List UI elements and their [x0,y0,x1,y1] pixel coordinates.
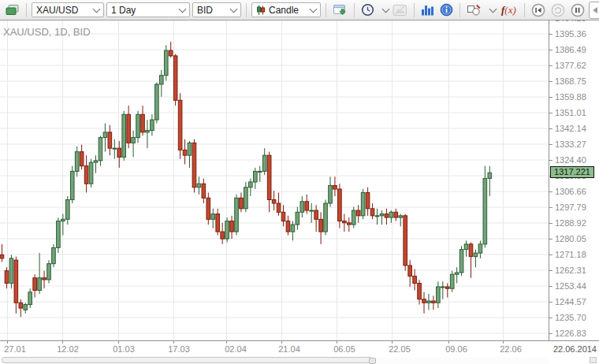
toolbar-separator [26,3,27,17]
candle [122,111,126,161]
scrollbar-thumb-handle[interactable] [369,358,376,364]
chart-windows-icon[interactable] [3,2,21,18]
candle [441,281,445,299]
fx-icon-x: (x) [504,4,515,17]
price-axis-label: 1368.75 [555,76,586,86]
price-axis-label: 1404.23 [555,20,586,23]
toolbar-separator [354,3,355,17]
candle [47,260,51,283]
chevron-down-icon[interactable] [489,5,497,13]
candle [329,176,333,206]
chart-plot-area[interactable]: XAU/USD, 1D, BID [0,20,549,340]
price-axis: 1404.231395.361386.491377.621368.751359.… [549,20,599,340]
price-axis-label: 1271.18 [555,250,586,259]
price-axis-label: 1297.79 [555,202,586,212]
price-axis-label: 1386.49 [555,45,586,54]
price-axis-tick [549,50,552,50]
candle [370,203,374,219]
price-axis-tick [549,223,552,224]
price-axis-label: 1377.62 [555,61,586,70]
candle [70,166,74,203]
candle [343,214,347,232]
price-axis-tick [549,34,552,35]
candle [314,205,318,232]
candle [333,176,337,196]
chart-window: XAU/USD 1 Day BID Candle [0,0,599,364]
candle [338,184,342,228]
date-axis-label: 12.02 [57,344,79,354]
candle [9,254,13,288]
horizontal-scrollbar[interactable] [0,357,549,364]
date-axis-label: 27.01 [4,344,26,354]
candle [28,288,32,308]
candle [258,166,262,182]
candle [240,192,244,212]
candle [117,141,121,168]
resize-grip[interactable] [590,357,597,363]
step-back-arrow[interactable] [593,7,597,13]
candle [192,139,196,193]
candle [305,195,309,214]
candle [103,124,107,152]
candle [206,192,210,225]
price-axis-tick [549,239,552,240]
new-window-icon[interactable] [331,2,349,18]
date-axis-tick [392,341,393,344]
date-axis-tick [281,341,282,344]
candle [352,207,355,228]
candle [427,294,431,310]
playback-pause-icon[interactable] [569,2,586,18]
period-dropdown-label: 1 Day [111,5,136,16]
candle [57,217,61,253]
candle [249,178,253,196]
price-axis-tick [549,81,552,82]
date-axis-label: 22.06 [500,344,522,354]
info-icon[interactable] [438,2,455,18]
chevron-down-icon [93,5,101,13]
volume-bars-icon[interactable] [419,2,436,18]
date-axis-tick [448,341,449,344]
candle [455,267,459,283]
candle [432,295,436,310]
candle [478,240,482,258]
playback-start-icon[interactable] [530,2,547,18]
candle [66,196,70,225]
symbol-dropdown-label: XAU/USD [36,5,78,16]
price-side-dropdown[interactable]: BID [192,2,241,17]
symbol-dropdown[interactable]: XAU/USD [32,2,104,17]
candle [324,200,328,236]
candle [216,209,220,236]
step-navigation [589,2,599,19]
candle [244,182,248,212]
price-axis-tick [549,318,552,318]
candle [202,178,206,203]
clock-icon[interactable] [359,2,376,18]
price-axis-label: 1333.27 [555,139,586,149]
chart-type-dropdown[interactable]: Candle [251,2,321,17]
price-axis-tick [549,286,552,287]
axis-end-date-label: 22.06.2014 [553,344,597,354]
price-axis-label: 1244.57 [555,297,586,306]
candle [459,246,463,276]
price-axis-tick [549,207,552,208]
period-dropdown[interactable]: 1 Day [106,2,190,17]
price-axis-tick [549,270,552,271]
candle [155,83,159,124]
toolbar: XAU/USD 1 Day BID Candle [0,0,599,20]
candle [413,269,417,290]
chevron-down-icon [230,5,238,13]
candle [291,221,295,241]
candle [160,70,164,97]
candle [380,210,384,225]
candle [0,244,4,262]
price-axis-label: 1280.05 [555,234,586,243]
scrollbar-thumb[interactable] [2,357,373,363]
fx-icon[interactable]: f(x) [498,2,519,18]
candle [450,271,454,292]
chevron-down-icon[interactable] [382,5,390,13]
date-axis-label: 22.05 [389,344,411,354]
date-axis-tick [173,341,174,344]
candle [24,303,28,314]
candle [408,260,412,287]
shapes-icon[interactable] [465,2,483,18]
